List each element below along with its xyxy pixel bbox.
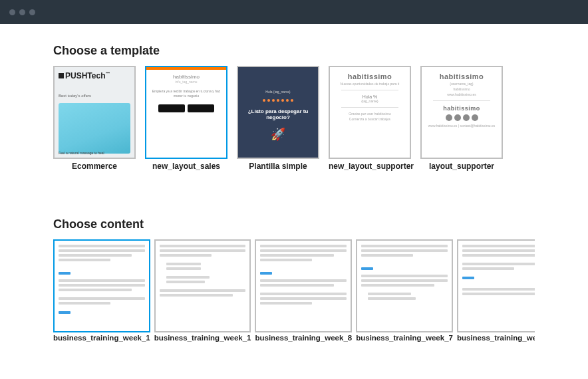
content-label: business_training_week_1: [53, 334, 150, 342]
choose-template-heading: Choose a template: [53, 44, 535, 58]
content-thumb: [457, 239, 535, 332]
app-store-badge: [158, 104, 185, 112]
template-card-ecommerce[interactable]: PUSHTech™ Best today's offers Feel a nat…: [53, 66, 136, 171]
window-control-dot: [19, 9, 25, 15]
pushtech-logo: PUSHTech™: [59, 71, 110, 80]
social-icons: [446, 114, 478, 121]
template-thumb: PUSHTech™ Best today's offers Feel a nat…: [53, 66, 136, 159]
rocket-icon: 🚀: [271, 127, 285, 142]
content-card[interactable]: business_training_week_1: [154, 239, 251, 342]
template-label: new_layout_sales: [145, 162, 227, 171]
supporter-mid2: {tag_name}: [361, 99, 378, 103]
template-card-new-layout-sales[interactable]: habitissimo info_tag_name Empieza ya a r…: [145, 66, 227, 171]
window-titlebar: [0, 0, 588, 24]
template-thumb: habitissimo {username_tag} habitissimo w…: [420, 66, 503, 159]
habitissimo-logo: habitissimo: [348, 72, 392, 80]
content-thumb: [154, 239, 251, 332]
template-thumb: habitissimo info_tag_name Empieza ya a r…: [145, 66, 227, 159]
sales-body: Empieza ya a recibir trabajos en tu zona…: [146, 84, 226, 100]
google-play-badge: [188, 104, 214, 112]
dot-separator: [263, 99, 293, 102]
supporter-user: {username_tag}: [450, 82, 473, 86]
supporter-line: Nuevas oportunidades de trabajo para ti: [341, 82, 400, 86]
content-label: business_training_week_7: [356, 334, 453, 342]
habitissimo-logo-small: habitissimo: [443, 105, 480, 112]
template-list: PUSHTech™ Best today's offers Feel a nat…: [53, 66, 535, 171]
template-label: Plantilla simple: [237, 162, 319, 171]
content-card[interactable]: business_training_week_1: [53, 239, 150, 342]
template-label: layout_supporter: [420, 162, 503, 171]
window-control-dot: [9, 9, 15, 15]
supporter-foot: Comienza a buscar trabajos: [349, 117, 390, 121]
template-card-plantilla-simple[interactable]: Hola {tag_name} ¿Listo para despegar tu …: [237, 66, 319, 171]
simple-headline: ¿Listo para despegar tu negocio?: [238, 108, 318, 120]
content-label: business_training_week_1: [154, 334, 251, 342]
content-card[interactable]: business_training_week_7: [356, 239, 453, 342]
orange-bar: [146, 67, 226, 70]
supporter-mid: Hola %: [363, 94, 378, 99]
content-card[interactable]: business_training_week_2: [457, 239, 535, 342]
ecom-caption: Feel a natural massage to heal: [59, 151, 104, 155]
content-list[interactable]: business_training_week_1 business_traini…: [53, 239, 535, 347]
content-label: business_training_week_2: [457, 334, 535, 342]
supporter-brand: habitissimo: [453, 87, 470, 91]
content-card[interactable]: business_training_week_8: [255, 239, 352, 342]
supporter-thanks: Gracias por usar habitissimo: [349, 112, 390, 116]
content-thumb: [53, 239, 150, 332]
window-control-dot: [29, 9, 35, 15]
template-card-layout-supporter[interactable]: habitissimo {username_tag} habitissimo w…: [420, 66, 503, 171]
simple-greeting: Hola {tag_name}: [265, 90, 290, 94]
template-card-new-layout-supporter[interactable]: habitissimo Nuevas oportunidades de trab…: [329, 66, 411, 171]
content-label: business_training_week_8: [255, 334, 352, 342]
ecom-tag: Best today's offers: [59, 94, 91, 98]
ecom-hero-image: [59, 103, 130, 154]
habitissimo-logo: habitissimo: [440, 72, 484, 80]
app-store-badges: [146, 104, 226, 112]
supporter-url: www.habitissimo.es: [447, 92, 476, 96]
template-thumb: Hola {tag_name} ¿Listo para despegar tu …: [237, 66, 319, 159]
choose-content-heading: Choose content: [53, 217, 535, 231]
template-label: new_layout_supporter: [329, 162, 411, 171]
supporter-foot: www.habitissimo.es | contact@habitissimo…: [428, 124, 496, 128]
template-thumb: habitissimo Nuevas oportunidades de trab…: [329, 66, 411, 159]
template-label: Ecommerce: [53, 162, 136, 171]
content-thumb: [356, 239, 453, 332]
content-thumb: [255, 239, 352, 332]
sales-logo: habitissimo: [146, 74, 226, 80]
